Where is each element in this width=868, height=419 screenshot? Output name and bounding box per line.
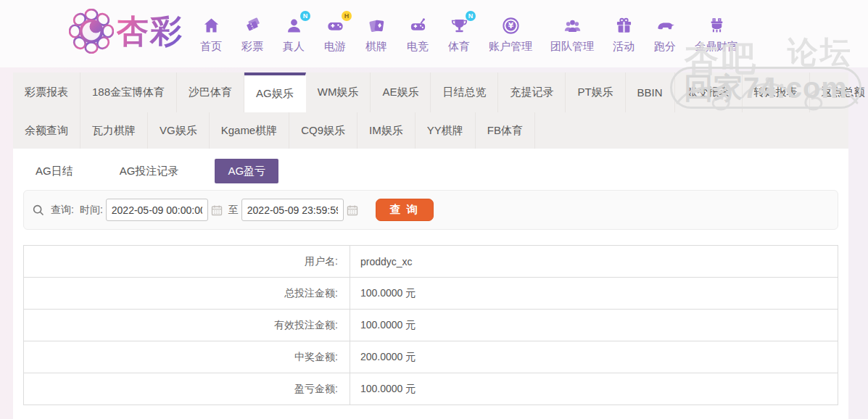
row-value: 100.0000 元 (350, 373, 838, 405)
gift-icon (613, 14, 635, 36)
yuan-coin-icon: ¥ (500, 14, 521, 36)
tab-row-2: 余额查询 瓦力棋牌 VG娱乐 Kgame棋牌 CQ9娱乐 IM娱乐 YY棋牌 F… (13, 112, 848, 149)
main-nav: 首页 彩票 N 真人 H 电游 (199, 9, 738, 54)
query-label: 查询: (51, 204, 74, 217)
time-label: 时间: (80, 204, 103, 217)
nav-item-jinding-wealth[interactable]: 金鼎财富 (695, 14, 738, 54)
hot-badge: H (342, 11, 352, 21)
tab-row-1: 彩票报表 188金宝博体育 沙巴体育 AG娱乐 WM娱乐 AE娱乐 日结总览 充… (13, 72, 848, 112)
tab-vg-entertainment[interactable]: VG娱乐 (148, 112, 210, 149)
tab-188-jinbaobo-sports[interactable]: 188金宝博体育 (80, 72, 177, 112)
table-row-total-bet: 总投注金额: 100.0000 元 (24, 278, 838, 310)
subtab-ag-bet-records[interactable]: AG投注记录 (109, 159, 189, 183)
search-icon (32, 204, 45, 217)
row-value: 200.0000 元 (350, 341, 838, 373)
tab-deposit-withdraw-records[interactable]: 充提记录 (498, 72, 566, 112)
tab-yy-boardcards[interactable]: YY棋牌 (416, 112, 476, 149)
table-row-username: 用户名: proddyc_xc (24, 246, 838, 278)
subtab-ag-profit-loss-active[interactable]: AG盈亏 (215, 159, 278, 183)
live-person-icon: N (283, 14, 305, 36)
row-label: 有效投注金额: (24, 310, 350, 341)
lotus-logo-icon (69, 9, 114, 54)
svg-text:¥: ¥ (508, 21, 513, 30)
tab-fb-sports[interactable]: FB体育 (476, 112, 535, 149)
rhino-icon (654, 14, 676, 36)
query-panel: 查询: 时间: 至 查 询 (23, 190, 838, 230)
nav-item-team-mgmt[interactable]: 团队管理 (550, 14, 594, 54)
profit-loss-table: 用户名: proddyc_xc 总投注金额: 100.0000 元 有效投注金额… (23, 245, 838, 405)
tab-rebate-total[interactable]: 返点总额 (810, 72, 868, 112)
gamepad-icon: H (324, 14, 346, 36)
tab-bbin[interactable]: BBIN (626, 72, 675, 112)
nav-item-paofen[interactable]: 跑分 (653, 14, 677, 54)
calendar-icon-start[interactable] (211, 204, 223, 216)
row-label: 用户名: (24, 246, 350, 278)
ticket-icon (241, 14, 263, 36)
row-value: 100.0000 元 (350, 278, 838, 310)
end-time-input[interactable] (241, 199, 344, 221)
ag-subtabs: AG日结 AG投注记录 AG盈亏 (13, 149, 848, 183)
row-label: 总投注金额: (24, 278, 350, 310)
tab-ae-entertainment[interactable]: AE娱乐 (371, 72, 431, 112)
nav-item-boardcards[interactable]: 棋牌 (365, 14, 388, 54)
table-row-winnings: 中奖金额: 200.0000 元 (24, 341, 838, 373)
row-value: 100.0000 元 (350, 310, 838, 341)
new-badge: N (300, 11, 310, 21)
nav-item-lottery[interactable]: 彩票 (241, 14, 264, 54)
esports-icon (407, 14, 429, 36)
subtab-ag-daily[interactable]: AG日结 (25, 159, 83, 183)
ding-vessel-icon (706, 14, 727, 36)
nav-item-promotions[interactable]: 活动 (612, 14, 635, 54)
site-logo[interactable]: 杏彩 (69, 9, 183, 54)
tab-balance-query[interactable]: 余额查询 (13, 112, 80, 149)
nav-item-esports[interactable]: 电竞 (406, 14, 429, 54)
row-value: proddyc_xc (350, 246, 838, 278)
report-tabbar: 彩票报表 188金宝博体育 沙巴体育 AG娱乐 WM娱乐 AE娱乐 日结总览 充… (13, 72, 848, 149)
query-submit-button[interactable]: 查 询 (376, 199, 434, 221)
tab-transfer-report[interactable]: 转账报表 (743, 72, 810, 112)
start-time-input[interactable] (106, 199, 208, 221)
header: 杏彩 首页 彩票 N 真人 (0, 0, 868, 67)
tab-lottery-report[interactable]: 彩票报表 (13, 72, 80, 112)
logo-text: 杏彩 (117, 10, 183, 53)
to-label: 至 (228, 204, 239, 217)
tab-wali-boardcards[interactable]: 瓦力棋牌 (80, 112, 148, 149)
nav-item-account-mgmt[interactable]: ¥ 账户管理 (489, 14, 532, 54)
calendar-icon-end[interactable] (347, 204, 358, 216)
new-badge: N (466, 11, 476, 21)
table-row-profit-loss: 盈亏金额: 100.0000 元 (24, 373, 838, 405)
tab-wm-entertainment[interactable]: WM娱乐 (306, 72, 371, 112)
home-icon (200, 14, 222, 36)
tab-kgame-boardcards[interactable]: Kgame棋牌 (210, 112, 290, 149)
tab-shaba-sports[interactable]: 沙巴体育 (177, 72, 244, 112)
content-panel: AG日结 AG投注记录 AG盈亏 查询: 时间: 至 查 询 用户名: prod… (13, 149, 848, 419)
nav-item-egames[interactable]: H 电游 (323, 14, 347, 54)
tab-im-entertainment[interactable]: IM娱乐 (357, 112, 416, 149)
nav-item-sports[interactable]: N 体育 (447, 14, 471, 54)
team-icon (561, 14, 583, 36)
tab-pt-entertainment[interactable]: PT娱乐 (566, 72, 625, 112)
tab-ag-entertainment-active[interactable]: AG娱乐 (244, 72, 306, 112)
tab-daily-summary[interactable]: 日结总览 (431, 72, 498, 112)
table-row-valid-bet: 有效投注金额: 100.0000 元 (24, 310, 838, 341)
tab-cq9-entertainment[interactable]: CQ9娱乐 (289, 112, 357, 149)
nav-item-home[interactable]: 首页 (199, 14, 223, 54)
row-label: 中奖金额: (24, 341, 350, 373)
nav-item-live[interactable]: N 真人 (282, 14, 305, 54)
tab-account-change-report[interactable]: 账变报表 (675, 72, 743, 112)
row-label: 盈亏金额: (24, 373, 350, 405)
cards-icon (365, 14, 387, 36)
trophy-icon: N (448, 14, 470, 36)
